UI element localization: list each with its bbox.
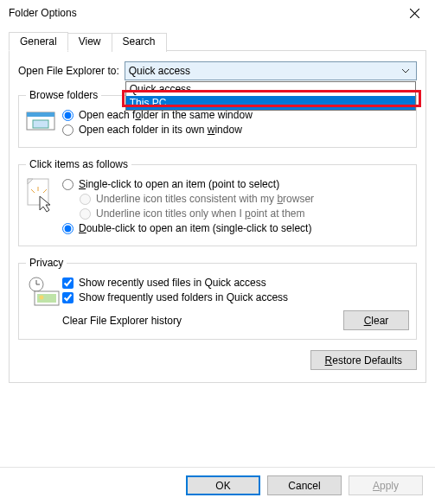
radio-single-click-row[interactable]: Single-click to open an item (point to s… bbox=[62, 178, 409, 190]
radio-same-window-label: Open each folder in the same window bbox=[79, 109, 253, 121]
tab-page-general: Open File Explorer to: Quick access Quic… bbox=[9, 51, 426, 383]
radio-underline-point-row: Underline icon titles only when I point … bbox=[80, 207, 409, 220]
open-to-combobox[interactable]: Quick access Quick access This PC bbox=[125, 61, 417, 80]
privacy-group: Privacy Show recently used files in Quic… bbox=[18, 257, 417, 340]
radio-single-click[interactable] bbox=[62, 179, 74, 190]
svg-point-15 bbox=[40, 296, 44, 300]
restore-defaults-button[interactable]: Restore Defaults bbox=[310, 350, 417, 370]
open-to-label: Open File Explorer to: bbox=[18, 65, 119, 77]
radio-own-window-label: Open each folder in its own window bbox=[79, 124, 242, 136]
tab-view[interactable]: View bbox=[67, 33, 112, 52]
clear-history-label: Clear File Explorer history bbox=[62, 315, 343, 327]
open-to-option-quick-access[interactable]: Quick access bbox=[126, 82, 415, 96]
svg-rect-3 bbox=[27, 112, 54, 117]
clear-button[interactable]: Clear bbox=[343, 310, 409, 330]
click-legend: Click items as follows bbox=[26, 158, 131, 170]
cancel-button[interactable]: Cancel bbox=[267, 475, 342, 495]
close-icon bbox=[410, 9, 419, 18]
radio-underline-browser-row: Underline icon titles consistent with my… bbox=[80, 193, 409, 205]
privacy-icon bbox=[26, 274, 62, 307]
check-frequent-folders-row[interactable]: Show frequently used folders in Quick ac… bbox=[62, 291, 409, 303]
cursor-click-icon bbox=[26, 175, 62, 214]
radio-underline-point bbox=[80, 208, 91, 220]
radio-underline-browser-label: Underline icon titles consistent with my… bbox=[96, 193, 314, 205]
close-button[interactable] bbox=[395, 1, 433, 25]
ok-button[interactable]: OK bbox=[186, 475, 260, 495]
check-recent-files[interactable] bbox=[62, 278, 74, 289]
radio-underline-point-label: Underline icon titles only when I point … bbox=[96, 207, 304, 220]
radio-underline-browser bbox=[80, 194, 91, 205]
browse-legend: Browse folders bbox=[26, 89, 101, 101]
title-bar: Folder Options bbox=[0, 0, 435, 26]
window-title: Folder Options bbox=[9, 7, 77, 19]
radio-own-window-row[interactable]: Open each folder in its own window bbox=[62, 124, 409, 136]
tab-search[interactable]: Search bbox=[112, 33, 167, 52]
radio-single-click-label: Single-click to open an item (point to s… bbox=[79, 178, 279, 190]
privacy-legend: Privacy bbox=[26, 257, 67, 269]
apply-button: Apply bbox=[349, 475, 423, 495]
radio-double-click[interactable] bbox=[62, 223, 74, 234]
check-frequent-folders[interactable] bbox=[62, 292, 74, 303]
check-recent-files-label: Show recently used files in Quick access bbox=[79, 277, 266, 289]
click-items-group: Click items as follows Single-click to o… bbox=[18, 158, 417, 246]
svg-rect-4 bbox=[33, 120, 48, 128]
dialog-buttons: OK Cancel Apply bbox=[186, 475, 423, 495]
tab-strip: General View Search bbox=[9, 31, 426, 51]
separator bbox=[0, 467, 435, 468]
radio-same-window-row[interactable]: Open each folder in the same window bbox=[62, 109, 409, 121]
radio-double-click-row[interactable]: Double-click to open an item (single-cli… bbox=[62, 222, 409, 234]
folder-window-icon bbox=[26, 106, 62, 132]
radio-double-click-label: Double-click to open an item (single-cli… bbox=[79, 222, 311, 234]
radio-same-window[interactable] bbox=[62, 110, 74, 121]
open-to-option-this-pc[interactable]: This PC bbox=[126, 96, 415, 110]
open-to-value: Quick access bbox=[129, 65, 190, 77]
radio-own-window[interactable] bbox=[62, 124, 74, 136]
chevron-down-icon bbox=[399, 65, 413, 77]
open-to-dropdown: Quick access This PC bbox=[125, 81, 416, 111]
tab-general[interactable]: General bbox=[9, 32, 68, 51]
check-recent-files-row[interactable]: Show recently used files in Quick access bbox=[62, 277, 409, 289]
check-frequent-folders-label: Show frequently used folders in Quick ac… bbox=[79, 291, 288, 303]
